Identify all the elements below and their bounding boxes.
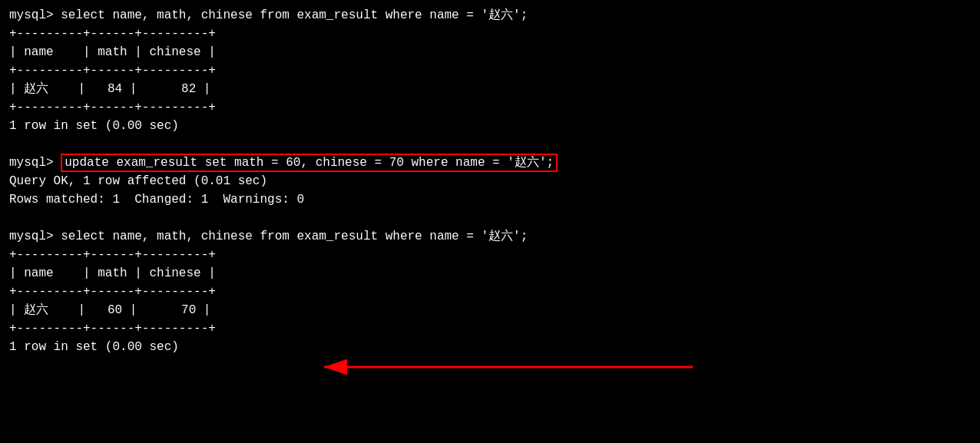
- table2-border-top: +---------+------+---------+: [9, 246, 971, 264]
- arrow-annotation: [278, 359, 739, 405]
- table1-rowcount: 1 row in set (0.00 sec): [9, 117, 971, 135]
- update-command-line: mysql> update exam_result set math = 60,…: [9, 154, 971, 172]
- table1-row1: | 赵六 | 84 | 82 |: [9, 80, 971, 98]
- empty-line-2: [9, 209, 971, 227]
- table1-border-mid: +---------+------+---------+: [9, 61, 971, 80]
- empty-line-1: [9, 135, 971, 154]
- update-command-highlight: update exam_result set math = 60, chines…: [61, 154, 558, 172]
- query-ok-line: Query OK, 1 row affected (0.01 sec): [9, 172, 971, 190]
- table2-header: | name | math | chinese |: [9, 264, 971, 283]
- table2-row1: | 赵六 | 60 | 70 |: [9, 301, 971, 319]
- table2-rowcount: 1 row in set (0.00 sec): [9, 338, 971, 356]
- table2-border-bot: +---------+------+---------+: [9, 319, 971, 338]
- table1-border-top: +---------+------+---------+: [9, 25, 971, 43]
- table2-border-mid: +---------+------+---------+: [9, 283, 971, 301]
- query-line-2: mysql> select name, math, chinese from e…: [9, 227, 971, 246]
- query-line-1: mysql> select name, math, chinese from e…: [9, 6, 971, 25]
- table1-border-bot: +---------+------+---------+: [9, 98, 971, 117]
- table1-header: | name | math | chinese |: [9, 43, 971, 61]
- rows-matched-line: Rows matched: 1 Changed: 1 Warnings: 0: [9, 190, 971, 209]
- terminal: mysql> select name, math, chinese from e…: [9, 6, 971, 437]
